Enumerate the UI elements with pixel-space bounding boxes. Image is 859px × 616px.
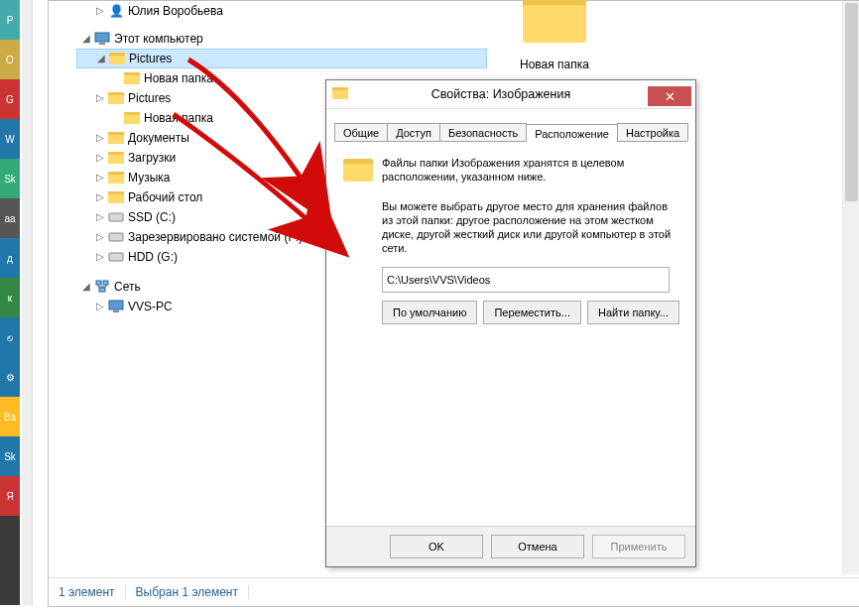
dialog-titlebar[interactable]: Свойства: Изображения ✕ bbox=[326, 80, 695, 109]
status-selection: Выбран 1 элемент bbox=[126, 585, 249, 599]
svg-rect-15 bbox=[108, 155, 124, 164]
svg-rect-21 bbox=[109, 233, 123, 241]
location-path-input[interactable] bbox=[382, 267, 670, 293]
folder-big-icon bbox=[342, 156, 374, 185]
tree-item-pictures-1[interactable]: ◢ Pictures bbox=[76, 49, 487, 68]
apply-button[interactable]: Применить bbox=[592, 535, 685, 558]
folder-icon bbox=[124, 110, 140, 126]
content-pane: Новая папка bbox=[505, 1, 604, 71]
svg-rect-1 bbox=[523, 5, 586, 43]
content-item-label: Новая папка bbox=[505, 58, 604, 71]
vertical-scrollbar[interactable] bbox=[842, 1, 859, 574]
tree-label: Сеть bbox=[114, 277, 141, 297]
tree-label: Музыка bbox=[128, 168, 170, 187]
dialog-body: Файлы папки Изображения хранятся в целев… bbox=[326, 142, 695, 324]
tree-label: Юлия Воробьева bbox=[128, 1, 223, 21]
dialog-icon bbox=[332, 86, 348, 103]
move-button[interactable]: Переместить... bbox=[483, 301, 581, 324]
close-icon: ✕ bbox=[665, 89, 675, 104]
find-folder-button[interactable]: Найти папку... bbox=[587, 301, 679, 324]
svg-rect-22 bbox=[109, 253, 123, 261]
location-description-1: Файлы папки Изображения хранятся в целев… bbox=[382, 156, 679, 184]
tree-label: Зарезервировано системой (F:) bbox=[128, 227, 303, 247]
svg-rect-24 bbox=[103, 281, 108, 285]
computer-icon bbox=[108, 299, 124, 314]
default-button[interactable]: По умолчанию bbox=[382, 301, 477, 324]
folder-icon bbox=[108, 90, 124, 106]
folder-icon bbox=[108, 130, 124, 146]
svg-rect-20 bbox=[109, 213, 123, 221]
status-bar: 1 элемент Выбран 1 элемент bbox=[49, 577, 859, 606]
svg-rect-5 bbox=[109, 56, 125, 64]
inner-rail bbox=[22, 0, 33, 605]
svg-rect-2 bbox=[95, 33, 109, 42]
user-icon: 👤 bbox=[108, 3, 124, 19]
tree-label: Рабочий стол bbox=[128, 187, 202, 207]
tree-label: Новая папка bbox=[144, 68, 213, 88]
svg-rect-25 bbox=[99, 288, 105, 292]
svg-rect-7 bbox=[124, 75, 140, 84]
dialog-title: Свойства: Изображения bbox=[354, 87, 648, 101]
svg-rect-27 bbox=[113, 310, 119, 312]
dialog-footer: OK Отмена Применить bbox=[326, 526, 695, 566]
svg-rect-3 bbox=[99, 43, 105, 45]
svg-rect-23 bbox=[96, 281, 101, 285]
tree-item-user[interactable]: ▷👤 Юлия Воробьева bbox=[76, 1, 487, 21]
tab-general[interactable]: Общие bbox=[334, 123, 388, 141]
properties-dialog: Свойства: Изображения ✕ Общие Доступ Без… bbox=[325, 79, 696, 567]
drive-icon bbox=[108, 249, 124, 265]
tree-label: Pictures bbox=[128, 88, 171, 108]
tree-item-this-pc[interactable]: ◢ Этот компьютер bbox=[76, 29, 487, 49]
tab-strip: Общие Доступ Безопасность Расположение Н… bbox=[334, 119, 687, 142]
svg-rect-9 bbox=[108, 95, 124, 104]
tree-label: Pictures bbox=[129, 49, 172, 68]
close-button[interactable]: ✕ bbox=[648, 86, 691, 106]
folder-icon bbox=[108, 170, 124, 185]
folder-icon bbox=[124, 70, 140, 86]
tab-access[interactable]: Доступ bbox=[387, 123, 440, 141]
ok-button[interactable]: OK bbox=[390, 535, 483, 558]
tab-location[interactable]: Расположение bbox=[526, 124, 618, 142]
svg-rect-31 bbox=[343, 164, 373, 182]
svg-rect-29 bbox=[332, 90, 348, 99]
tree-label: SSD (C:) bbox=[128, 207, 176, 227]
tree-label: HDD (G:) bbox=[128, 247, 178, 267]
tree-label: Загрузки bbox=[128, 148, 176, 168]
folder-icon bbox=[108, 189, 124, 205]
drive-icon bbox=[108, 229, 124, 245]
svg-rect-17 bbox=[108, 175, 124, 184]
tree-label: Новая папка bbox=[144, 108, 213, 128]
folder-icon bbox=[109, 51, 125, 66]
tree-label: Этот компьютер bbox=[114, 29, 203, 49]
computer-icon bbox=[94, 31, 110, 47]
tab-security[interactable]: Безопасность bbox=[439, 123, 527, 141]
location-description-2: Вы можете выбрать другое место для хране… bbox=[382, 199, 679, 255]
left-dock: P O G W Sk аа д к ⎋ ⚙ Ba Sk Я bbox=[0, 0, 20, 605]
tab-customize[interactable]: Настройка bbox=[617, 123, 688, 141]
svg-rect-11 bbox=[124, 115, 140, 124]
tree-label: VVS-PC bbox=[128, 297, 173, 316]
svg-rect-26 bbox=[109, 301, 123, 309]
folder-icon bbox=[108, 150, 124, 166]
network-icon bbox=[94, 279, 110, 295]
drive-icon bbox=[108, 209, 124, 225]
status-item-count: 1 элемент bbox=[49, 585, 126, 599]
tree-label: Документы bbox=[128, 128, 189, 148]
svg-rect-19 bbox=[108, 194, 124, 203]
cancel-button[interactable]: Отмена bbox=[491, 535, 584, 558]
content-item-new-folder[interactable]: Новая папка bbox=[505, 0, 604, 71]
svg-rect-13 bbox=[108, 135, 124, 144]
